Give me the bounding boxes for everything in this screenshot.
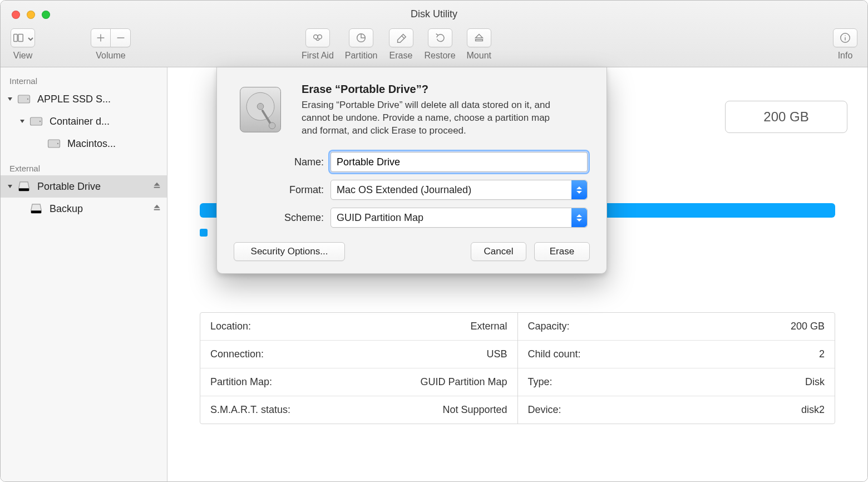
- sidebar-item-label: APPLE SSD S...: [37, 94, 111, 105]
- hdd-icon: [46, 136, 62, 151]
- mount-label: Mount: [467, 51, 491, 61]
- svg-point-7: [845, 36, 845, 36]
- volume-label: Volume: [96, 51, 125, 61]
- view-button[interactable]: [11, 28, 35, 47]
- format-label: Format:: [240, 184, 324, 196]
- svg-rect-1: [18, 35, 23, 42]
- info-key: Connection:: [210, 348, 264, 360]
- info-value: GUID Partition Map: [420, 376, 507, 388]
- name-input[interactable]: [331, 152, 588, 172]
- sidebar-section-external: External: [1, 160, 167, 175]
- info-value: 2: [819, 348, 825, 360]
- info-value: USB: [486, 348, 507, 360]
- svg-rect-15: [154, 186, 160, 188]
- info-value: 200 GB: [791, 321, 825, 332]
- view-label: View: [13, 51, 32, 61]
- svg-rect-5: [475, 40, 482, 41]
- format-value: Mac OS Extended (Journaled): [337, 184, 471, 196]
- info-button[interactable]: [833, 28, 857, 47]
- add-volume-button[interactable]: [91, 28, 111, 47]
- info-key: Capacity:: [528, 321, 570, 332]
- svg-point-20: [257, 103, 264, 110]
- restore-button[interactable]: [428, 28, 452, 47]
- sidebar-item-internal-disk[interactable]: APPLE SSD S...: [1, 88, 167, 110]
- info-key: Location:: [210, 321, 251, 332]
- svg-point-21: [269, 122, 275, 129]
- svg-point-2: [314, 35, 318, 39]
- titlebar: Disk Utility View Volume First Aid Pa: [1, 1, 867, 67]
- legend-swatch: [200, 229, 208, 237]
- svg-rect-14: [19, 189, 29, 191]
- cancel-button[interactable]: Cancel: [471, 242, 526, 261]
- erase-label: Erase: [389, 51, 413, 61]
- eject-icon[interactable]: [152, 203, 161, 215]
- select-stepper-icon: [571, 208, 587, 227]
- info-key: Type:: [528, 376, 553, 388]
- svg-rect-0: [14, 35, 17, 42]
- sidebar-section-internal: Internal: [1, 73, 167, 88]
- select-stepper-icon: [571, 180, 587, 199]
- external-drive-icon: [28, 201, 44, 217]
- svg-point-3: [318, 35, 322, 39]
- partition-button[interactable]: [349, 28, 373, 47]
- remove-volume-button[interactable]: [111, 28, 131, 47]
- format-select[interactable]: Mac OS Extended (Journaled): [331, 180, 588, 200]
- info-value: External: [470, 321, 507, 332]
- name-label: Name:: [240, 156, 324, 168]
- sidebar-item-macintosh[interactable]: Macintos...: [1, 132, 167, 155]
- info-key: Child count:: [528, 348, 581, 360]
- info-value: Disk: [805, 376, 825, 388]
- svg-rect-17: [154, 209, 160, 210]
- info-value: disk2: [801, 404, 825, 416]
- hdd-icon: [28, 114, 44, 129]
- info-table: Location:External Connection:USB Partiti…: [200, 312, 835, 424]
- sidebar-item-label: Macintos...: [67, 138, 116, 150]
- eject-icon[interactable]: [152, 181, 161, 193]
- svg-point-13: [57, 143, 58, 144]
- sidebar-item-backup[interactable]: Backup: [1, 198, 167, 220]
- sidebar-item-portable-drive[interactable]: Portable Drive: [1, 175, 167, 198]
- svg-point-11: [40, 121, 41, 122]
- window-title: Disk Utility: [1, 8, 867, 20]
- svg-rect-16: [31, 211, 42, 214]
- partition-label: Partition: [345, 51, 378, 61]
- mount-button[interactable]: [467, 28, 491, 47]
- svg-point-9: [27, 99, 28, 100]
- info-label: Info: [838, 51, 853, 61]
- sidebar-item-label: Portable Drive: [37, 181, 101, 193]
- scheme-value: GUID Partition Map: [337, 212, 423, 224]
- external-drive-icon: [16, 179, 32, 194]
- erase-confirm-button[interactable]: Erase: [534, 242, 590, 261]
- sheet-title: Erase “Portable Drive”?: [302, 83, 563, 96]
- info-key: Partition Map:: [210, 376, 272, 388]
- security-options-button[interactable]: Security Options...: [234, 242, 345, 261]
- sidebar-item-label: Container d...: [50, 116, 110, 127]
- hdd-icon: [16, 91, 32, 107]
- scheme-select[interactable]: GUID Partition Map: [331, 208, 588, 228]
- erase-sheet: Erase “Portable Drive”? Erasing “Portabl…: [216, 67, 607, 274]
- restore-label: Restore: [425, 51, 456, 61]
- info-value: Not Supported: [442, 404, 507, 416]
- scheme-label: Scheme:: [240, 212, 324, 224]
- info-key: Device:: [528, 404, 561, 416]
- drive-illustration-icon: [234, 83, 287, 139]
- erase-button[interactable]: [389, 28, 413, 47]
- sidebar-item-label: Backup: [50, 203, 83, 215]
- toolbar: View Volume First Aid Partition Erase: [1, 26, 867, 67]
- sidebar-item-container[interactable]: Container d...: [1, 110, 167, 132]
- info-key: S.M.A.R.T. status:: [210, 404, 290, 416]
- capacity-badge: 200 GB: [725, 101, 847, 133]
- sheet-body: Erasing “Portable Drive” will delete all…: [302, 99, 563, 137]
- first-aid-label: First Aid: [302, 51, 334, 61]
- first-aid-button[interactable]: [305, 28, 330, 47]
- sidebar: Internal APPLE SSD S... Container d... M…: [1, 67, 167, 481]
